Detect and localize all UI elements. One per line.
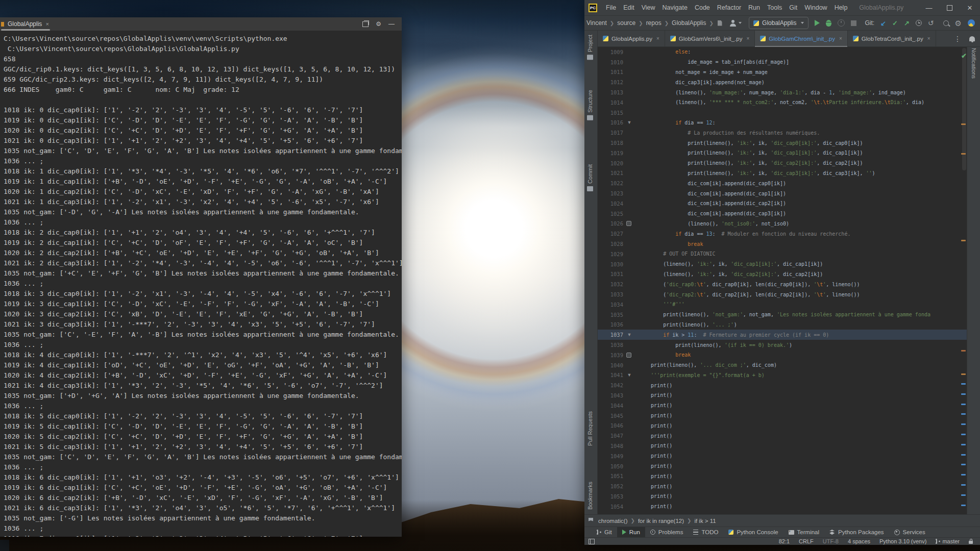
code-line[interactable]: 1054print() [598,502,967,512]
code-line[interactable]: 1020print(lineno(), 'ik:', ik, 'dic_cap2… [598,158,967,168]
menu-item-edit[interactable]: Edit [620,0,638,15]
git-commit-icon[interactable]: ✓ [892,19,898,27]
breadcrumb-item[interactable]: source [617,19,635,27]
code-line[interactable]: 1030(lineno(), 'ik:', ik, 'dic_cap1[ik]:… [598,259,967,269]
code-line[interactable]: 1048print() [598,441,967,451]
close-icon[interactable]: × [746,36,749,41]
breadcrumb-item[interactable]: for ik in range(12) [638,518,684,524]
code-line[interactable]: 1042print() [598,380,967,390]
menu-item-refactor[interactable]: Refactor [714,0,745,15]
breadcrumb-item[interactable]: Vincent [586,19,607,27]
code-line[interactable]: 1027if dia == 13: # Moduler en fonction … [598,229,967,239]
search-icon[interactable] [943,20,949,26]
code-line[interactable]: 1033('dic_rap2:\t', dic_rap2[ik], len(di… [598,289,967,299]
sidebar-item-project[interactable]: Project [587,35,593,60]
code-line[interactable]: 1010ide_mage = tab_inf[abs(dif_mage)] [598,57,967,67]
code-line[interactable]: 1023dic_com[ik].append(dic_cap1[ik]) [598,188,967,198]
sidebar-item-pull-requests[interactable]: Pull Requests [587,411,593,446]
fold-arrow-icon[interactable]: ▼ [623,332,635,337]
status-item-branch[interactable]: master [936,538,960,544]
code-line[interactable]: 1018print(lineno(), 'ik:', ik, 'dic_cap0… [598,138,967,148]
pycharm-logo-icon[interactable]: PC [589,4,597,12]
code-line[interactable]: 1012dic_cap3[ik].append(not_mage) [598,77,967,87]
terminal-minimize-icon[interactable]: — [388,21,395,27]
code-line[interactable]: 1016▼if dia == 12: [598,118,967,128]
layout-icon[interactable] [589,539,595,544]
code-line[interactable]: 1034'''#''' [598,299,967,310]
close-icon[interactable]: × [656,36,659,41]
toolwindow-button-git[interactable]: Git [592,527,617,537]
menu-item-git[interactable]: Git [786,0,801,15]
editor-scrollbar[interactable] [962,48,966,170]
terminal-restore-icon[interactable] [362,21,369,27]
code-line[interactable]: 1026(lineno(), 'not_iso0:', not_iso0) [598,219,967,229]
code-line[interactable]: 1039break [598,350,967,360]
profile-sphere-icon[interactable] [968,19,975,27]
terminal-settings-gear-icon[interactable]: ⚙ [376,21,381,27]
window-maximize-icon[interactable] [939,0,960,15]
code-line[interactable]: 1053print() [598,491,967,502]
breadcrumb-item[interactable]: repos [646,19,662,27]
status-item-caret[interactable]: 82:1 [779,538,790,544]
toolwindow-button-services[interactable]: Services [889,527,930,537]
run-button[interactable] [815,20,820,26]
user-profile-icon[interactable] [729,20,736,27]
menu-item-tools[interactable]: Tools [764,0,786,15]
menu-item-navigate[interactable]: Navigate [659,0,691,15]
code-line[interactable]: 1015 [598,108,967,118]
more-tabs-icon[interactable]: ⋮ [954,35,961,43]
code-line[interactable]: 1022dic_com[ik].append(dic_cap0[ik]) [598,178,967,188]
code-line[interactable]: 1029# OUT OF DIATONIC [598,249,967,259]
code-line[interactable]: 1037▼if ik > 11: # Fermeture au premier … [598,330,967,340]
status-item-encoding[interactable]: UTF-8 [823,538,839,544]
breadcrumb-item[interactable]: if ik > 11 [694,518,716,524]
code-line[interactable]: 1041▼'''print(exemple = "{}".format(a + … [598,370,967,381]
toolwindow-button-todo[interactable]: TODO [688,527,723,537]
code-line[interactable]: 1019print(lineno(), 'ik:', ik, 'dic_cap1… [598,148,967,158]
close-icon[interactable]: × [839,36,842,41]
code-line[interactable]: 1021print(lineno(), 'ik:', ik, 'dic_cap3… [598,168,967,179]
sidebar-item-structure[interactable]: Structure [587,90,593,120]
terminal-tab[interactable]: GlobalApplis × [0,17,53,31]
status-item-line-separator[interactable]: CRLF [799,538,814,544]
editor-tab[interactable]: GlobGamVers6\_init_.py× [665,31,755,46]
code-line[interactable]: 1024dic_com[ik].append(dic_cap2[ik]) [598,198,967,209]
code-line[interactable]: 1038print(lineno(), '(if ik == 0) break.… [598,340,967,350]
chevron-down-icon[interactable] [739,22,742,24]
code-line[interactable]: 1045print() [598,411,967,421]
git-update-icon[interactable]: ↙ [880,19,886,27]
code-line[interactable]: 1028break [598,239,967,249]
window-close-icon[interactable]: ✕ [960,0,980,15]
code-line[interactable]: 1035print(lineno(), 'not_gam:', not_gam,… [598,310,967,320]
code-line[interactable]: 1036print(lineno(), '... ;') [598,320,967,330]
stop-button[interactable] [851,20,856,26]
menu-item-run[interactable]: Run [745,0,764,15]
notifications-bell-icon[interactable] [969,36,975,41]
code-line[interactable]: 1014(lineno(), '*** *** * not_com2:', no… [598,97,967,108]
toolwindow-button-problems[interactable]: Problems [645,527,689,537]
editor-tab[interactable]: GlobalApplis.py× [598,31,665,46]
terminal-tab-close-icon[interactable]: × [45,21,48,27]
code-line[interactable]: 1040print(lineno(), '... dic_com ;', dic… [598,360,967,370]
status-item-indent[interactable]: 4 spaces [848,538,870,544]
sidebar-item-commit[interactable]: Commit [587,164,593,191]
code-line[interactable]: 1013(lineno(), 'num_mage:', num_mage, 'd… [598,87,967,97]
sidebar-item-bookmarks[interactable]: Bookmarks [587,482,593,510]
status-item-interpreter[interactable]: Python 3.10 (venv) [879,538,926,544]
undo-icon[interactable]: ↺ [928,19,934,27]
lock-icon[interactable] [969,541,973,544]
fold-arrow-icon[interactable]: ▼ [623,372,635,378]
menu-item-file[interactable]: File [602,0,620,15]
debug-button[interactable] [826,20,831,27]
git-push-icon[interactable]: ↗ [904,19,910,27]
menu-item-view[interactable]: View [638,0,659,15]
code-line[interactable]: 1011not_mage = ide_mage + num_mage [598,67,967,78]
code-editor[interactable]: 1009else:1010ide_mage = tab_inf[abs(dif_… [598,47,967,514]
run-configuration-select[interactable]: GlobalApplis [749,17,808,29]
code-line[interactable]: 1049print() [598,451,967,461]
toolwindow-button-python-console[interactable]: Python Console [723,527,783,537]
toolwindow-button-terminal[interactable]: Terminal [783,527,824,537]
bookmark-flag-icon[interactable] [589,518,593,523]
code-line[interactable]: 1047print() [598,431,967,441]
code-line[interactable]: 1032('dic_rap0:\t', dic_rap0[ik], len(di… [598,279,967,289]
